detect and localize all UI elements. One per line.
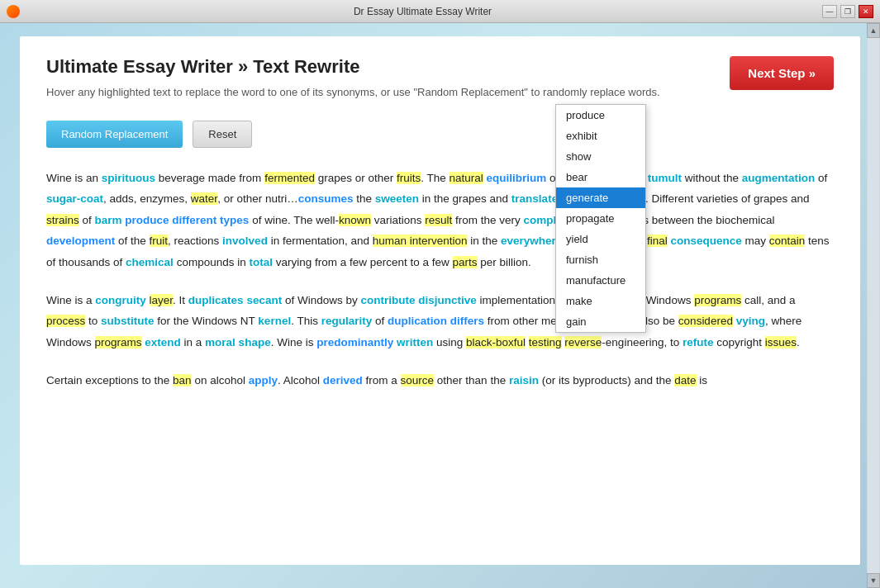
word-tumult[interactable]: tumult [648, 172, 682, 184]
restore-button[interactable]: ❐ [840, 5, 855, 18]
synonym-dropdown[interactable]: produce exhibit show bear generate propa… [555, 104, 646, 333]
word-development[interactable]: development [46, 235, 115, 247]
word-testing[interactable]: testing [529, 336, 562, 349]
random-replacement-button[interactable]: Random Replacement [46, 121, 183, 148]
word-issues[interactable]: issues [765, 336, 797, 349]
dropdown-item-make[interactable]: make [556, 291, 645, 311]
word-sweeten[interactable]: sweeten [375, 192, 419, 205]
word-regularity[interactable]: regularity [321, 315, 373, 327]
dropdown-item-yield[interactable]: yield [556, 229, 645, 249]
dropdown-item-gain[interactable]: gain [556, 311, 645, 332]
dropdown-item-generate[interactable]: generate [556, 187, 645, 208]
word-black-boxful[interactable]: black-boxful [466, 336, 526, 349]
dropdown-item-exhibit[interactable]: exhibit [556, 126, 645, 146]
word-programs2[interactable]: programs [95, 336, 142, 349]
word-programs[interactable]: programs [694, 294, 741, 306]
paragraph-1: Wine is an spirituous beverage made from… [46, 168, 834, 273]
word-sugarcoat[interactable]: sugar-coat [46, 192, 103, 205]
word-known[interactable]: known [339, 214, 371, 226]
window-controls: — ❐ ✕ [822, 5, 873, 18]
word-water[interactable]: water [191, 192, 217, 205]
word-refute[interactable]: refute [683, 336, 714, 349]
reset-button[interactable]: Reset [193, 121, 252, 148]
word-parts[interactable]: parts [453, 256, 478, 268]
word-total[interactable]: total [249, 256, 273, 268]
word-written[interactable]: written [397, 336, 433, 349]
word-considered[interactable]: considered [678, 315, 733, 327]
word-produce[interactable]: produce [125, 214, 169, 226]
word-final[interactable]: final [647, 235, 668, 247]
essay-text: Wine is an spirituous beverage made from… [46, 168, 834, 391]
word-contain[interactable]: contain [769, 235, 806, 247]
window-title: Dr Essay Ultimate Essay Writer [23, 6, 822, 17]
word-spirituous[interactable]: spirituous [102, 172, 155, 184]
scrollbar: ▲ ▼ [867, 23, 880, 588]
word-derived[interactable]: derived [323, 374, 363, 386]
title-bar: Dr Essay Ultimate Essay Writer — ❐ ✕ [0, 0, 880, 23]
next-step-button[interactable]: Next Step » [730, 56, 834, 90]
scroll-down-arrow[interactable]: ▼ [867, 573, 880, 588]
word-secant[interactable]: secant [246, 294, 282, 306]
word-equilibrium[interactable]: equilibrium [487, 172, 547, 184]
word-reverse[interactable]: reverse [564, 336, 602, 349]
dropdown-item-manufacture[interactable]: manufacture [556, 270, 645, 291]
word-involved[interactable]: involved [222, 235, 268, 247]
word-consumes[interactable]: consumes [298, 192, 354, 205]
scroll-track[interactable] [868, 38, 879, 573]
word-augmentation[interactable]: augmentation [742, 172, 816, 184]
word-congruity[interactable]: congruity [95, 294, 146, 306]
word-apply[interactable]: apply [249, 374, 278, 386]
app-logo [7, 5, 20, 18]
scroll-up-arrow[interactable]: ▲ [867, 23, 880, 38]
main-content: Ultimate Essay Writer » Text Rewrite Hov… [20, 36, 860, 565]
word-date[interactable]: date [674, 374, 696, 386]
word-strains[interactable]: strains [46, 214, 79, 226]
close-button[interactable]: ✕ [859, 5, 873, 18]
word-layer[interactable]: layer [150, 294, 174, 306]
dropdown-item-produce[interactable]: produce [556, 105, 645, 126]
dropdown-item-bear[interactable]: bear [556, 167, 645, 187]
word-different-types[interactable]: different types [172, 214, 249, 226]
minimize-button[interactable]: — [822, 5, 837, 18]
word-substitute[interactable]: substitute [101, 315, 155, 327]
word-barm[interactable]: barm [95, 214, 122, 226]
word-fruit[interactable]: fruit [150, 235, 169, 247]
word-fermented[interactable]: fermented [264, 172, 315, 184]
word-natural[interactable]: natural [450, 172, 483, 184]
page-title: Ultimate Essay Writer » Text Rewrite [46, 56, 834, 78]
word-predominantly[interactable]: predominantly [316, 336, 393, 349]
word-ban[interactable]: ban [173, 374, 192, 386]
word-process[interactable]: process [46, 315, 85, 327]
word-kernel[interactable]: kernel [258, 315, 291, 327]
word-differs[interactable]: differs [450, 315, 484, 327]
word-translate[interactable]: translate [511, 192, 558, 205]
word-extend[interactable]: extend [145, 336, 181, 349]
dropdown-item-show[interactable]: show [556, 146, 645, 167]
word-consequence[interactable]: consequence [670, 235, 741, 247]
word-chemical[interactable]: chemical [126, 256, 174, 268]
paragraph-2: Wine is a congruity layer. It duplicates… [46, 290, 834, 353]
word-moral-shape[interactable]: moral shape [205, 336, 271, 349]
word-raisin[interactable]: raisin [509, 374, 539, 386]
dropdown-item-propagate[interactable]: propagate [556, 208, 645, 229]
action-buttons: Random Replacement Reset [46, 121, 834, 148]
paragraph-3: Certain exceptions to the ban on alcohol… [46, 370, 834, 391]
dropdown-item-furnish[interactable]: furnish [556, 249, 645, 270]
word-fruits[interactable]: fruits [397, 172, 421, 184]
word-duplicates[interactable]: duplicates [188, 294, 244, 306]
word-source[interactable]: source [401, 374, 435, 386]
page-subtitle: Hover any highlighted text to replace th… [46, 84, 834, 101]
word-vying[interactable]: vying [736, 315, 765, 327]
word-duplication[interactable]: duplication [388, 315, 447, 327]
word-human-intervention[interactable]: human intervention [373, 235, 468, 247]
word-result[interactable]: result [425, 214, 452, 226]
word-contribute-disjunctive[interactable]: contribute disjunctive [360, 294, 476, 306]
